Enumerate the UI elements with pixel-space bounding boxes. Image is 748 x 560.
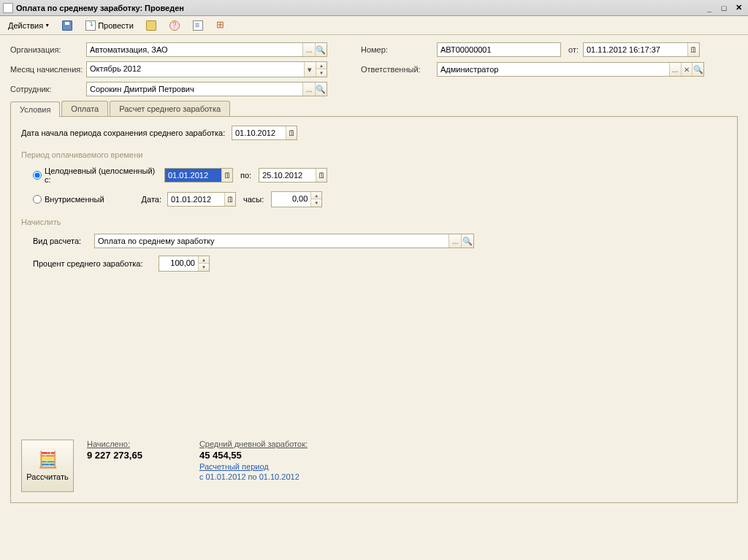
radio-intra[interactable] [33,195,42,204]
calc-type-select-button[interactable]: ... [449,234,461,248]
start-date-label: Дата начала периода сохранения среднего … [21,129,226,137]
org-input[interactable] [87,43,302,56]
month-dropdown-button[interactable]: ▾ [304,62,316,77]
calendar-icon: 🗓 [224,171,232,180]
employee-label: Сотрудник: [10,85,86,93]
percent-label: Процент среднего заработка: [33,259,153,268]
month-label: Месяц начисления: [10,65,86,74]
period-link[interactable]: Расчетный период [199,462,308,471]
chevron-down-icon: ▼ [45,23,50,28]
intra-date-wrap: 🗓 [167,192,236,207]
help-button[interactable]: ? [164,18,186,34]
org-label: Организация: [10,45,86,54]
structure-button[interactable] [210,18,232,34]
calendar-icon: 🗓 [318,171,326,180]
to-label: по: [240,171,251,180]
responsible-input[interactable] [438,63,669,76]
reference-button[interactable] [140,18,162,34]
org-select-button[interactable]: ... [302,43,314,56]
responsible-search-button[interactable]: 🔍 [692,63,703,76]
list-icon [193,20,203,31]
from-date-picker[interactable]: 🗓 [687,43,699,56]
daily-from-picker[interactable]: 🗓 [221,169,232,182]
maximize-button[interactable]: □ [717,2,730,14]
month-spinner: ▲ ▼ [316,62,327,77]
month-up[interactable]: ▲ [316,62,327,69]
org-search-button[interactable]: 🔍 [315,43,327,56]
minimize-button[interactable]: _ [703,2,716,14]
employee-search-button[interactable]: 🔍 [315,83,327,96]
radio-daily[interactable] [33,171,42,180]
hours-wrap: ▲ ▼ [271,191,322,207]
accrued-label: Начислено: [87,440,142,448]
month-down[interactable]: ▼ [316,69,327,77]
save-button[interactable] [56,18,78,34]
calc-type-wrap: ... 🔍 [94,234,474,248]
employee-input-wrap: ... 🔍 [86,82,327,96]
employee-input[interactable] [87,83,302,96]
radio-intra-label: Внутрисменный [45,195,118,204]
post-button[interactable]: Провести [80,18,139,34]
avg-block: Средний дневной заработок: 45 454,55 Рас… [199,440,308,481]
hours-up[interactable]: ▲ [311,192,321,199]
calc-type-search-button[interactable]: 🔍 [461,234,473,248]
accrued-block: Начислено: 9 227 273,65 [87,440,142,461]
hours-input[interactable] [272,192,310,205]
calc-type-input[interactable] [95,234,449,248]
tab-conditions[interactable]: Условия [10,101,60,117]
tab-payment[interactable]: Оплата [61,101,108,116]
employee-select-button[interactable]: ... [302,83,314,96]
close-button[interactable]: ✕ [732,2,745,14]
tabs: Условия Оплата Расчет среднего заработка [10,101,738,116]
calculate-button[interactable]: 🧮 Рассчитать [21,440,74,492]
responsible-label: Ответственный: [361,65,437,74]
toolbar: Действия ▼ Провести ? [0,16,748,35]
calendar-icon: 🗓 [226,195,234,204]
daily-to-input[interactable] [259,169,316,182]
accrue-section-title: Начислить [21,218,727,226]
period-section-title: Период оплачиваемого времени [21,150,727,159]
number-input[interactable] [438,43,560,56]
list-button[interactable] [187,18,209,34]
hours-label: часы: [243,195,264,204]
actions-dropdown[interactable]: Действия ▼ [3,19,55,32]
book-icon [146,20,156,31]
avg-label: Средний дневной заработок: [199,440,308,448]
daily-to-picker[interactable]: 🗓 [316,169,327,182]
hours-spinner: ▲ ▼ [310,192,321,207]
window-icon [3,3,13,13]
intra-date-input[interactable] [168,193,224,206]
search-icon: 🔍 [316,85,326,94]
structure-icon [216,20,226,31]
month-input-wrap: ▾ ▲ ▼ [86,61,327,77]
start-date-input[interactable] [232,126,286,139]
start-date-picker[interactable]: 🗓 [286,126,297,139]
search-icon: 🔍 [462,237,473,246]
month-input[interactable] [87,62,304,75]
save-icon [62,20,72,31]
avg-value: 45 454,55 [199,450,308,461]
window-title: Оплата по среднему заработку: Проведен [16,4,703,12]
responsible-clear-button[interactable]: ✕ [681,63,692,76]
actions-label: Действия [8,21,43,30]
percent-spinner: ▲ ▼ [198,256,209,271]
tab-avg-calc[interactable]: Расчет среднего заработка [110,101,230,116]
from-date-input[interactable] [584,43,687,56]
daily-from-input[interactable] [165,169,221,182]
titlebar: Оплата по среднему заработку: Проведен _… [0,0,748,16]
responsible-input-wrap: ... ✕ 🔍 [437,62,704,77]
calculate-label: Рассчитать [26,472,68,481]
period-text: с 01.01.2012 по 01.10.2012 [199,472,308,481]
from-date-wrap: 🗓 [583,42,700,57]
percent-input[interactable] [159,256,198,269]
intra-date-picker[interactable]: 🗓 [224,193,235,206]
percent-up[interactable]: ▲ [199,256,209,264]
accrued-value: 9 227 273,65 [87,450,142,461]
daily-to-wrap: 🗓 [259,168,327,183]
responsible-select-button[interactable]: ... [669,63,681,76]
intra-date-label: Дата: [123,195,161,204]
org-input-wrap: ... 🔍 [86,42,327,57]
hours-down[interactable]: ▼ [311,199,321,207]
percent-down[interactable]: ▼ [199,264,209,271]
help-icon: ? [169,20,180,31]
